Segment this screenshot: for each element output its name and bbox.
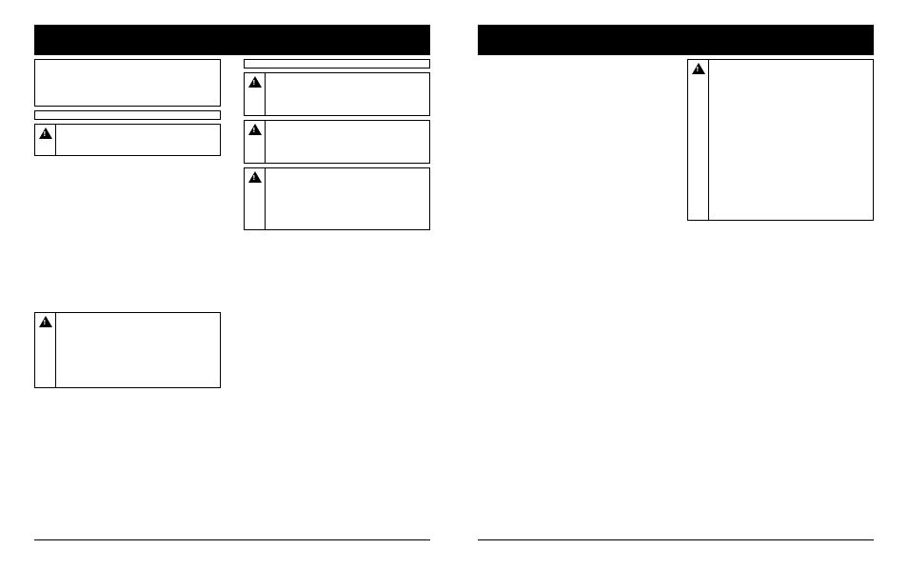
warning-icon	[245, 121, 266, 163]
warning-text	[709, 60, 873, 220]
section-header-right	[478, 25, 874, 55]
warning-box-2	[34, 312, 221, 388]
subheader-bar-2	[244, 59, 430, 69]
warning-icon	[245, 168, 266, 229]
warning-icon	[35, 313, 56, 387]
warning-box-1	[34, 124, 221, 156]
footer-rule-right	[478, 539, 874, 540]
section-header-left	[34, 25, 430, 55]
column-2	[244, 55, 430, 230]
warning-icon	[688, 60, 709, 220]
column-right	[687, 55, 874, 221]
warning-box-3	[244, 72, 430, 116]
warning-text	[266, 73, 429, 115]
warning-text	[266, 121, 429, 163]
warning-icon	[35, 125, 56, 155]
warning-box-6	[687, 59, 874, 221]
warning-box-5	[244, 167, 430, 230]
subheader-bar-1	[34, 110, 221, 120]
warning-text	[266, 168, 429, 229]
page-right	[478, 25, 874, 558]
warning-text	[56, 125, 220, 155]
footer-rule-left	[34, 539, 430, 540]
intro-box	[34, 59, 221, 107]
column-1	[34, 55, 221, 388]
warning-box-4	[244, 120, 430, 164]
page-left	[34, 25, 430, 558]
warning-text	[56, 313, 220, 387]
warning-icon	[245, 73, 266, 115]
